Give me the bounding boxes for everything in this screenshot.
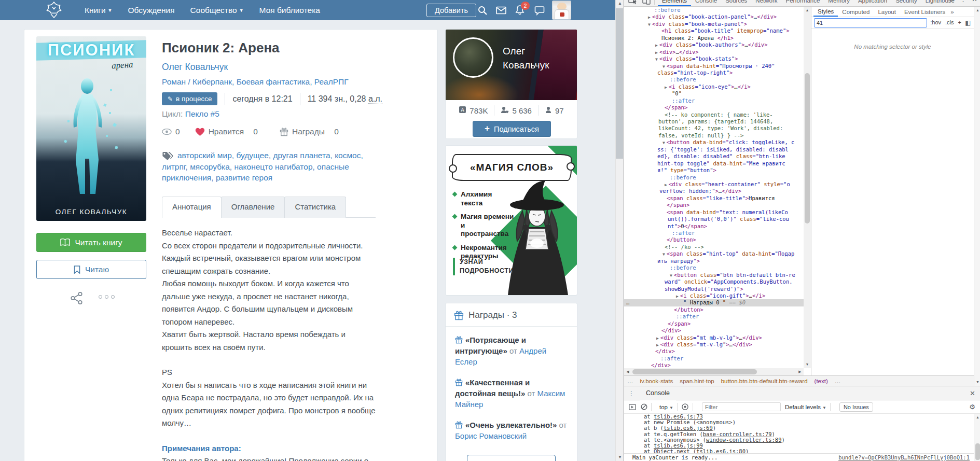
book-cover[interactable]: ПСИОНИК арена ОЛЕГ КОВАЛЬЧУК — [36, 36, 146, 221]
ad-cta[interactable]: УЗНАЙ ПОДРОБНОСТИ — [453, 258, 510, 275]
node-menu-icon[interactable]: … — [626, 299, 629, 306]
dom-node-line[interactable]: ▼<button class="btn btn-default btn-re — [624, 272, 804, 278]
dom-node-line[interactable]: ▼<span class="hint-top" data-hint="Подар — [624, 250, 804, 257]
console-settings-icon[interactable]: ⚙ — [969, 403, 975, 411]
tab-3[interactable]: Статистика — [284, 197, 346, 218]
dom-node-line[interactable]: ▼<div class="book-meta-panel"> — [624, 21, 804, 27]
inspect-element-icon[interactable] — [628, 0, 638, 5]
dom-node-line[interactable]: <h1 class="book-title" itemprop="name"> — [624, 27, 804, 34]
devtools-menu-icon[interactable]: ⋮ — [960, 0, 967, 3]
tag-links[interactable]: авторский мир, будущее, другая планета, … — [162, 151, 363, 182]
author-name[interactable]: Олег Ковальчук — [503, 44, 565, 72]
dom-node-line[interactable]: ::after — [624, 230, 804, 236]
console-filter-input[interactable] — [702, 402, 781, 411]
devtools-tab-console[interactable]: Console — [691, 0, 721, 6]
scroll-up-arrow[interactable]: ▲ — [616, 0, 624, 7]
breadcrumb-item-2[interactable]: span.hint-top — [680, 378, 714, 384]
author-link[interactable]: Олег Ковальчук — [162, 62, 228, 73]
console-source-link[interactable]: bundle?v=OpCPkB3UnyB…h6INnPcFlLyj0BoQ1:1 — [838, 454, 970, 461]
mail-icon[interactable] — [496, 5, 506, 16]
dom-node-line[interactable]: ss: {'toggle': isLiked, disabled: disabl — [624, 146, 804, 153]
live-expression-icon[interactable] — [681, 403, 689, 410]
styles-filter-input[interactable] — [814, 18, 927, 27]
genre-links[interactable]: Роман / Киберпанк, Боевая фантастика, Ре… — [162, 77, 349, 87]
devtools-settings-icon[interactable]: ⚙ — [948, 0, 955, 3]
dom-node-line[interactable]: ::after — [624, 97, 804, 104]
give-award-button-partial[interactable] — [467, 455, 556, 461]
more-options-button[interactable] — [99, 295, 115, 299]
console-sidebar-icon[interactable] — [629, 404, 636, 410]
rewards-button[interactable]: Награды 0 — [280, 127, 339, 136]
devtools-tab-memory[interactable]: Memory — [824, 0, 854, 6]
drawer-menu-icon[interactable]: ⋮ — [628, 390, 634, 397]
tab-1[interactable]: Аннотация — [162, 197, 222, 218]
nav-item-3[interactable]: Сообщество▼ — [190, 6, 244, 15]
elements-horizontal-scrollbar[interactable]: ◀ ▶ — [624, 368, 804, 375]
dom-node-line[interactable]: ить награду"> — [624, 258, 804, 264]
dom-node-line[interactable]: class="hint-top-right"> — [624, 69, 804, 76]
console-tab[interactable]: Console — [640, 386, 676, 400]
dom-node-line[interactable]: likeCount: 42, type: 'Work', disabled: — [624, 125, 804, 132]
elements-vertical-scrollbar[interactable]: ▲ ▼ — [804, 7, 811, 368]
dom-node-line[interactable]: button', params: {targetId: 144648, — [624, 118, 804, 125]
devtools-tab-performance[interactable]: Performance — [782, 0, 824, 6]
styles-control-3[interactable]: + — [958, 19, 961, 25]
styles-panel-toggle-icon[interactable]: ◧ — [965, 19, 971, 26]
ad-banner[interactable]: «МАГИЯ СЛОВ» Алхимия текстаМагия времени… — [445, 145, 577, 296]
devtools-tab-sources[interactable]: Sources — [721, 0, 751, 6]
styles-scrollbar[interactable]: ▲ ▼ — [974, 7, 980, 386]
nav-item-1[interactable]: Книги▼ — [85, 6, 112, 15]
cycle-link[interactable]: Пекло #5 — [185, 109, 219, 118]
dom-node-line[interactable]: nt">0</span> — [624, 223, 804, 230]
dom-node-line[interactable]: <span class="like-title">Нравится — [624, 195, 804, 202]
dom-node-line[interactable]: </div> — [624, 348, 804, 355]
dom-node-line[interactable]: unt()).format('0,0')" class="like-cou — [624, 216, 804, 222]
devtools-tab-elements[interactable]: Elements — [658, 0, 691, 6]
devtools-tab-network[interactable]: Network — [751, 0, 781, 6]
dom-node-line[interactable]: ::before — [624, 264, 804, 271]
dom-node-line[interactable]: ::after — [624, 313, 804, 320]
dom-node-line[interactable]: ▶<i class="icon-gift">…</i> — [624, 292, 804, 299]
notification-badge[interactable]: 2 — [521, 2, 530, 10]
breadcrumb-item-1[interactable]: iv.book-stats — [640, 378, 673, 384]
clear-console-icon[interactable] — [641, 403, 647, 410]
dom-node-line[interactable]: </span> — [624, 320, 804, 327]
styles-tab-layout[interactable]: Layout — [874, 7, 900, 16]
author-avatar[interactable] — [453, 37, 493, 78]
dom-node-line[interactable]: ▼<span data-hint="Просмотры · 240" — [624, 63, 804, 69]
dom-node-line[interactable]: hint-top toggle" data-hint="Мне нравитс — [624, 160, 804, 167]
dom-node-line[interactable]: ::before — [624, 174, 804, 181]
dom-node-line[interactable]: я!" type="button"> — [624, 167, 804, 174]
like-button[interactable]: Нравится 0 — [195, 127, 258, 136]
dom-node-line[interactable]: ::before — [624, 7, 804, 13]
context-selector[interactable]: top▼ — [659, 404, 673, 410]
dom-node-line[interactable]: <!-- /ko --> — [624, 244, 804, 250]
dom-node-line[interactable]: Псионик 2: Арена </h1> — [624, 35, 804, 41]
dom-node-line[interactable]: ▶<div class="book-authors">…</div> — [624, 41, 804, 48]
dom-node-line[interactable]: </div> — [624, 362, 804, 368]
elements-tree[interactable]: ::before▶<div class="book-action-panel">… — [624, 7, 804, 368]
log-levels-selector[interactable]: Default levels▼ — [785, 404, 826, 410]
search-icon[interactable] — [477, 5, 488, 16]
subscribe-button[interactable]: + Подписаться — [473, 121, 551, 137]
author-stat-1[interactable]: A783K — [459, 106, 488, 115]
drawer-close-icon[interactable]: ✕ — [970, 389, 975, 397]
device-toolbar-icon[interactable] — [642, 0, 651, 5]
dom-node-line[interactable]: ▶<div class="mt-v-lg">…</div> — [624, 341, 804, 348]
dom-node-line[interactable]: ▶<div>…</div> — [624, 49, 804, 55]
dom-node-line[interactable]: ed}, disable: disabled" class="btn-like — [624, 153, 804, 160]
dom-node-line[interactable]: "0" — [624, 90, 804, 97]
devtools-tab-application[interactable]: Application — [854, 0, 891, 6]
styles-control-2[interactable]: .cls — [945, 19, 954, 25]
styles-tab-event-listeners[interactable]: Event Listeners — [900, 7, 949, 16]
add-button[interactable]: Добавить — [426, 4, 476, 17]
dom-node-line[interactable]: ▶<i class="icon-eye">…</i> — [624, 83, 804, 90]
reading-status-button[interactable]: Читаю — [36, 260, 146, 279]
dom-node-line[interactable]: </button> — [624, 306, 804, 313]
dom-node-line[interactable]: false, voteId: null} } --> — [624, 132, 804, 139]
read-book-button[interactable]: Читать книгу — [36, 233, 146, 252]
styles-tab-computed[interactable]: Computed — [838, 7, 874, 16]
nav-item-4[interactable]: Моя библиотека — [259, 6, 320, 15]
dom-node-line-selected[interactable]: …" Награды 0 " == $0 — [624, 299, 804, 306]
dom-node-line[interactable]: ▼<button data-bind="click: toggleLike, c — [624, 139, 804, 146]
